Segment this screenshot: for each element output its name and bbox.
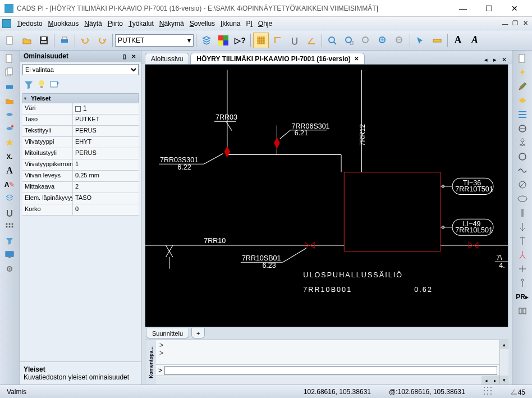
panel-pin[interactable]: ▯ (121, 52, 129, 60)
left-toolbar: X. A A✎ (0, 51, 20, 385)
maximize-button[interactable]: ☐ (476, 0, 502, 17)
tool-text[interactable]: A (1, 164, 18, 177)
rtool-valve-symbol[interactable] (514, 136, 531, 149)
rtool-edit[interactable] (514, 80, 531, 93)
snap-button[interactable] (287, 33, 302, 48)
rtool-arrow-v[interactable] (514, 234, 531, 248)
tab-close[interactable]: ✕ (499, 55, 508, 64)
layers-button[interactable] (199, 33, 214, 48)
svg-point-109 (484, 394, 485, 395)
undo-button[interactable] (77, 33, 93, 48)
rtool-last[interactable] (514, 304, 531, 318)
command-hscroll[interactable]: ◂ ▸ (156, 376, 499, 385)
ortho-button[interactable] (270, 33, 286, 48)
rtool-cross[interactable] (514, 262, 531, 276)
lightbulb-icon[interactable] (37, 80, 46, 92)
svg-line-45 (280, 130, 291, 139)
select-button[interactable] (412, 33, 428, 48)
dropdown-icon[interactable] (49, 80, 59, 92)
tool-x[interactable]: X. (1, 150, 18, 163)
menu-file[interactable]: Tiedosto (15, 19, 45, 29)
close-button[interactable]: ✕ (502, 0, 528, 17)
rtool-split[interactable] (514, 248, 531, 262)
rtool-lightning[interactable] (514, 66, 531, 79)
help-cursor-button[interactable]: ⁠▷? (232, 33, 248, 48)
rtool-list[interactable] (514, 108, 531, 121)
zoom-prev-button[interactable] (358, 33, 374, 48)
tab-close-icon[interactable]: ✕ (354, 56, 359, 62)
mdi-close[interactable]: ✕ (521, 19, 530, 28)
measure-button[interactable] (429, 33, 445, 48)
mdi-minimize[interactable]: — (501, 19, 510, 28)
command-vscroll[interactable]: ▴ ▾ (499, 340, 508, 385)
zoom-window-button[interactable] (341, 33, 357, 48)
tool-page[interactable] (1, 52, 18, 65)
menu-app[interactable]: Sovellus (187, 19, 217, 29)
tool-funnel[interactable] (1, 234, 18, 248)
rtool-wave[interactable] (514, 164, 531, 177)
open-button[interactable] (19, 33, 35, 48)
menu-window[interactable]: Näkymä (157, 19, 186, 29)
rtool-circle-slash[interactable] (514, 178, 531, 191)
menu-pi[interactable]: PI (244, 19, 254, 29)
rtool-dot-line[interactable] (514, 276, 531, 290)
selection-combo[interactable]: Ei valintaa (22, 64, 139, 75)
tab-prev[interactable]: ◂ (481, 55, 490, 64)
zoom-extents-button[interactable] (324, 33, 340, 48)
menu-draw[interactable]: Piirto (106, 19, 125, 29)
tab-start[interactable]: Aloitussivu (145, 53, 189, 64)
tab-next[interactable]: ▸ (490, 55, 499, 64)
tool-pages[interactable] (1, 66, 18, 79)
section-general[interactable]: Yleiset (22, 93, 139, 103)
tool-star[interactable] (1, 136, 18, 149)
command-input[interactable] (164, 366, 497, 375)
menu-window2[interactable]: Ikkuna (218, 19, 242, 29)
minimize-button[interactable]: — (450, 0, 476, 17)
rtool-page[interactable] (514, 52, 531, 65)
bottom-tab-add[interactable]: + (191, 328, 205, 338)
tool-grid2[interactable] (1, 220, 18, 234)
menu-edit[interactable]: Muokkaus (46, 19, 81, 29)
layer-combo[interactable]: PUTKET▾ (115, 34, 194, 47)
rtool-pipe[interactable] (514, 206, 531, 219)
status-angle[interactable]: 45 (507, 387, 529, 396)
rtool-pr[interactable]: PR ▸ (514, 290, 531, 304)
tool-magnet[interactable] (1, 206, 18, 219)
text-style-button[interactable]: A (467, 33, 483, 48)
status-grid-icon[interactable] (480, 386, 496, 397)
tool-gear[interactable] (1, 262, 18, 276)
tool-layers[interactable] (1, 192, 18, 205)
menu-help[interactable]: Ohje (256, 19, 274, 29)
svg-text:7\: 7\ (496, 254, 502, 262)
filter-icon[interactable] (24, 80, 34, 92)
grid-button[interactable] (253, 33, 269, 48)
svg-point-111 (490, 394, 492, 395)
new-button[interactable] (2, 33, 18, 48)
rtool-star[interactable] (514, 94, 531, 107)
rtool-oval[interactable] (514, 192, 531, 205)
tool-shape2[interactable] (1, 122, 18, 135)
tool-print[interactable] (1, 80, 18, 93)
tool-monitor[interactable] (1, 248, 18, 262)
tool-folder[interactable] (1, 94, 18, 107)
colors-button[interactable] (215, 33, 231, 48)
bottom-tab-design[interactable]: Suunnittelu (146, 328, 189, 338)
angle-button[interactable] (304, 33, 319, 48)
tool-text-edit[interactable]: A✎ (1, 178, 18, 191)
menu-tools[interactable]: Työkalut (126, 19, 156, 29)
rtool-circle[interactable] (514, 150, 531, 163)
rtool-circle-minus[interactable] (514, 122, 531, 135)
tab-active[interactable]: HÖYRY TIILIMÄKI PI-KAAVIO PI-7001 (16-ve… (190, 53, 365, 64)
zoom-out-button[interactable] (392, 33, 407, 48)
menu-view[interactable]: Näytä (82, 19, 104, 29)
rtool-arrow-down[interactable] (514, 220, 531, 234)
redo-button[interactable] (94, 33, 110, 48)
panel-close[interactable]: ✕ (130, 52, 137, 60)
save-button[interactable] (36, 33, 52, 48)
print-button[interactable] (57, 33, 72, 48)
drawing-canvas[interactable]: 7RR03 7RR06S301 6.21 7RR12 7RR03S301 6.2… (145, 65, 508, 327)
zoom-in-button[interactable] (375, 33, 391, 48)
mdi-restore[interactable]: ❐ (511, 19, 520, 28)
text-button[interactable]: A (450, 33, 466, 48)
tool-shape1[interactable] (1, 108, 18, 121)
